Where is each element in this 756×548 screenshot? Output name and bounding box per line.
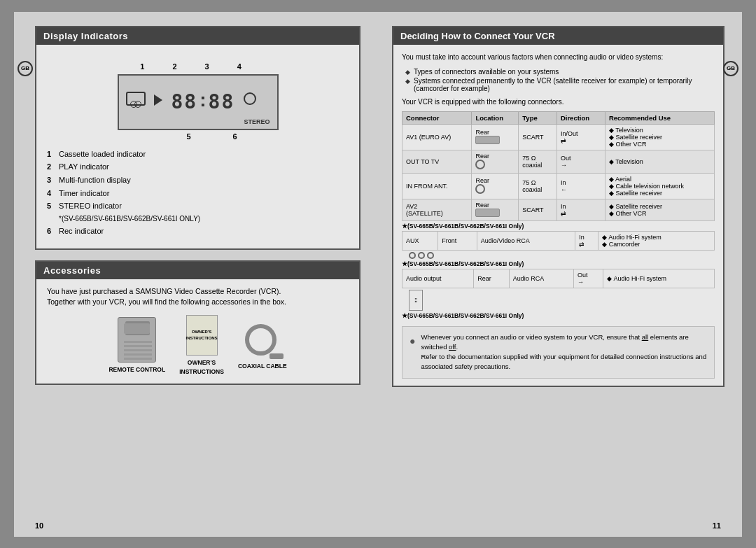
round-connector-img (475, 184, 485, 194)
list-item: 4 Timer indicator (47, 187, 349, 200)
table-row: OUT TO TV Rear 75 Ωcoaxial Out→ ◆ Televi… (402, 150, 715, 173)
connector-recommended: ◆ Television◆ Satellite receiver◆ Other … (605, 124, 714, 150)
list-item: 2 PLAY indicator (47, 160, 349, 174)
cable-label: COAXIAL CABLE (238, 362, 287, 371)
underline-off: off (449, 343, 456, 351)
play-icon (154, 94, 162, 106)
accessories-intro-2: Together with your VCR, you will find th… (47, 297, 349, 308)
deciding-content: You must take into account various facto… (393, 45, 723, 386)
connector-location: Front (438, 231, 477, 250)
remote-control-item: REMOTE CONTROL (108, 317, 165, 374)
accessories-section: Accessories You have just purchased a SA… (35, 260, 360, 385)
note-box: ● Whenever you connect an audio or video… (402, 326, 715, 379)
gb-badge-right-top: GB (723, 61, 738, 76)
bullet-item-2: ◆ Systems connected permanently to the V… (405, 77, 715, 92)
connector-name: AUX (402, 231, 438, 250)
col-direction: Direction (556, 111, 605, 124)
connectors-table: Connector Location Type Direction Recomm… (402, 111, 715, 221)
seg-digit-1: 88 (172, 90, 198, 113)
connector-location: Rear (472, 199, 519, 220)
col-recommended: Recommended Use (605, 111, 714, 124)
connector-location: Rear (474, 269, 510, 288)
connector-name: AV1 (EURO AV) (402, 124, 472, 150)
list-item: 1 Cassette loaded indicator (47, 148, 349, 161)
manual-img: OWNER'SINSTRUCTIONS (186, 315, 218, 356)
connector-recommended: ◆ Aerial◆ Cable television network◆ Sate… (605, 173, 714, 199)
col-connector: Connector (402, 111, 472, 124)
table-row: Audio output Rear Audio RCA Out→ ◆ Audio… (402, 269, 715, 288)
stereo-label: STEREO (244, 118, 270, 125)
connector-name: AV2(SATELLITE) (402, 199, 472, 220)
table-row: AUX Front Audio/Video RCA In⇄ ◆ Audio Hi… (402, 231, 715, 250)
note-line-1: Whenever you connect an audio or video s… (421, 332, 707, 353)
underline-all: all (642, 333, 649, 341)
seg-display: 88 : 88 (172, 90, 235, 113)
star-note-aux: ★(SV-665B/SV-661B/SV-662B/SV-661I Only) (402, 259, 715, 269)
list-item-star: *(SV-665B/SV-661B/SV-662B/SV-661I ONLY) (47, 213, 349, 225)
connector-location: Rear (472, 173, 519, 199)
connector-type: 75 Ωcoaxial (519, 150, 557, 173)
table-row: IN FROM ANT. Rear 75 Ωcoaxial In← ◆ Aeri… (402, 173, 715, 199)
seg-colon: : (200, 89, 206, 111)
remote-control-img (118, 317, 156, 363)
connector-type: Audio/Video RCA (477, 231, 575, 250)
connector-direction: In/Out⇄ (556, 124, 605, 150)
num-1: 1 (140, 62, 144, 71)
note-line-2: Refer to the documentation supplied with… (421, 352, 707, 372)
audio-output-img: ⣿ (409, 290, 423, 311)
star-note-audio: ★(SV-665B/SV-661B/SV-662B/SV-661I Only) (402, 311, 715, 321)
num-4: 4 (237, 62, 241, 71)
manual-label: OWNER'SINSTRUCTIONS (179, 358, 224, 377)
circle-indicator (244, 92, 256, 105)
display-diagram: 1 2 3 4 (47, 62, 349, 141)
col-type: Type (519, 111, 557, 124)
rca-connector-img (409, 252, 434, 259)
connector-recommended: ◆ Satellite receiver◆ Other VCR (605, 199, 714, 220)
manual-item: OWNER'SINSTRUCTIONS OWNER'SINSTRUCTIONS (179, 315, 224, 377)
num-6: 6 (233, 132, 237, 141)
connector-recommended: ◆ Television (605, 150, 714, 173)
page-number-left: 10 (35, 521, 43, 530)
accessories-title: Accessories (36, 262, 359, 279)
note-text: Whenever you connect an audio or video s… (421, 332, 707, 372)
right-column: Deciding How to Connect Your VCR You mus… (378, 12, 742, 537)
connector-type: Audio RCA (509, 269, 573, 288)
left-column: Display Indicators 1 2 3 4 (14, 12, 378, 537)
vcr-display: 88 : 88 STEREO (118, 74, 279, 130)
equipped-text: Your VCR is equipped with the following … (402, 98, 715, 106)
seg-digit-2: 88 (209, 90, 235, 113)
connectors-table-3: Audio output Rear Audio RCA Out→ ◆ Audio… (402, 269, 715, 288)
col-location: Location (472, 111, 519, 124)
page-container: GB GB Display Indicators 1 2 3 4 (14, 12, 742, 537)
cable-circle (245, 324, 276, 356)
num-2: 2 (172, 62, 176, 71)
connector-direction: Out→ (556, 150, 605, 173)
diagram-numbers-top: 1 2 3 4 (140, 62, 241, 71)
bullets-list: ◆ Types of connectors available on your … (402, 68, 715, 92)
cable-img (241, 321, 284, 359)
connector-direction: In← (556, 173, 605, 199)
num-5: 5 (186, 132, 190, 141)
vcr-display-inner: 88 : 88 STEREO (119, 76, 277, 129)
connector-location: Rear (472, 124, 519, 150)
connector-name: IN FROM ANT. (402, 173, 472, 199)
deciding-intro: You must take into account various facto… (402, 52, 715, 62)
display-indicators-content: 1 2 3 4 (36, 45, 359, 248)
cassette-icon (126, 92, 146, 106)
num-3: 3 (205, 62, 209, 71)
connectors-table-2: AUX Front Audio/Video RCA In⇄ ◆ Audio Hi… (402, 231, 715, 251)
connector-name: Audio output (402, 269, 474, 288)
page-number-right: 11 (713, 521, 721, 530)
indicators-list: 1 Cassette loaded indicator 2 PLAY indic… (47, 148, 349, 238)
table-row: AV1 (EURO AV) Rear SCART In/Out⇄ ◆ Telev… (402, 124, 715, 150)
gb-badge-left-top: GB (18, 61, 33, 76)
scart-connector-img (475, 209, 500, 217)
list-item: 5 STEREO indicator (47, 199, 349, 213)
connector-type: SCART (519, 199, 557, 220)
deciding-section: Deciding How to Connect Your VCR You mus… (392, 26, 724, 387)
round-connector-img (475, 160, 485, 169)
accessories-images: REMOTE CONTROL OWNER'SINSTRUCTIONS OWNER… (47, 315, 349, 377)
connector-direction: In⇄ (575, 231, 598, 250)
diagram-numbers-bottom: 5 6 (186, 132, 237, 141)
connector-name: OUT TO TV (402, 150, 472, 173)
